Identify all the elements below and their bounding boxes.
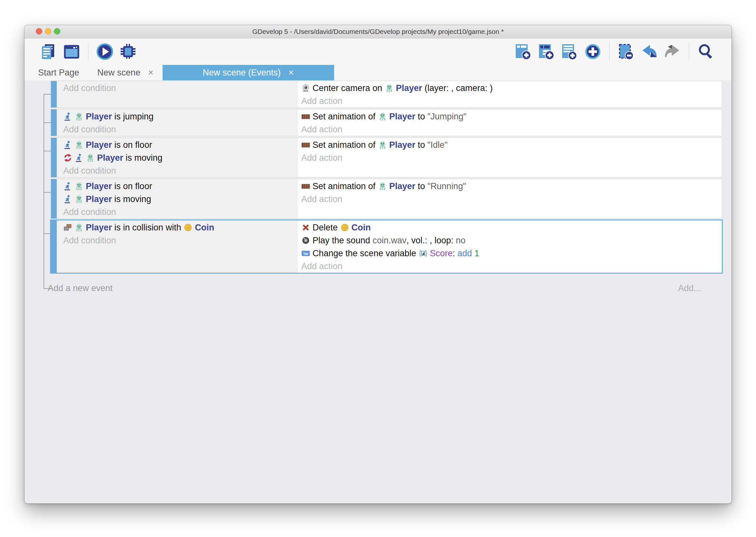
add-condition-button[interactable]: Add condition (63, 206, 297, 219)
variable-icon: Var (301, 249, 310, 258)
player-object-icon (385, 84, 394, 93)
instruction-text: is on floor (112, 140, 152, 150)
title-bar[interactable]: GDevelop 5 - /Users/david/Documents/GDev… (24, 25, 732, 38)
sound-icon (301, 236, 310, 245)
add-new-event-button[interactable]: Add a new event (48, 283, 113, 293)
add-condition-button[interactable]: Add condition (63, 234, 297, 247)
event-instruction[interactable]: Player is on floor (63, 139, 297, 151)
add-button[interactable]: Add... (678, 283, 701, 293)
tree-line (44, 94, 51, 95)
add-action-button[interactable]: Add action (301, 260, 722, 273)
event-instruction[interactable]: Play the sound coin.wav, vol.: , loop: n… (301, 234, 722, 247)
add-event-button[interactable] (514, 43, 532, 61)
add-condition-button[interactable]: Add condition (63, 164, 297, 177)
instruction-text: Player (389, 140, 415, 150)
tab-start-page[interactable]: Start Page (29, 65, 88, 80)
svg-text:Var: Var (303, 252, 309, 256)
instruction-text (472, 248, 474, 259)
event-instruction[interactable]: Delete Coin (301, 221, 722, 234)
instruction-text: Coin (195, 223, 214, 233)
event-instruction[interactable]: Player is moving (63, 151, 297, 164)
actions-cell[interactable]: Set animation of Player to "Idle"Add act… (297, 138, 722, 177)
event-drag-bar[interactable] (51, 179, 57, 219)
redo-button[interactable] (663, 43, 682, 61)
event-instruction[interactable]: Set animation of Player to "Jumping" (301, 110, 722, 123)
camera-icon (301, 84, 310, 93)
event-row[interactable]: Player is on floorPlayer is movingAdd co… (51, 179, 722, 219)
event-instruction[interactable]: Player is jumping (63, 110, 297, 123)
actions-cell[interactable]: Set animation of Player to "Jumping"Add … (297, 109, 722, 136)
tab-new-scene[interactable]: New scene× (88, 65, 163, 80)
tab-close-icon[interactable]: × (148, 68, 153, 77)
add-action-button[interactable]: Add action (301, 95, 722, 107)
conditions-cell[interactable]: Player is on floorPlayer is movingAdd co… (57, 179, 297, 219)
delete-event-button[interactable] (617, 43, 635, 61)
instruction-text: Play the sound (313, 235, 372, 246)
player-object-icon (74, 223, 84, 232)
event-drag-bar[interactable] (51, 81, 57, 107)
invert-condition-icon (63, 153, 72, 162)
instruction-text: 1 (474, 248, 479, 259)
add-comment-button[interactable] (560, 43, 579, 61)
zoom-window-button[interactable] (54, 28, 60, 34)
event-instruction[interactable]: Player is moving (63, 193, 297, 206)
scene-variable-icon (419, 249, 428, 258)
event-instruction[interactable]: Player is on floor (63, 180, 297, 193)
tab-bar: Start PageNew scene×New scene (Events)× (24, 65, 732, 80)
event-instruction[interactable]: Center camera on Player (layer: , camera… (301, 82, 722, 95)
conditions-cell[interactable]: Player is in collision with CoinAdd cond… (57, 221, 297, 273)
event-row[interactable]: Player is jumpingAdd conditionSet animat… (51, 109, 722, 136)
player-object-icon (378, 182, 387, 191)
event-instruction[interactable]: Player is in collision with Coin (63, 221, 297, 234)
add-condition-button[interactable]: Add condition (63, 123, 297, 136)
event-row[interactable]: Player is in collision with CoinAdd cond… (51, 221, 722, 273)
tab-close-icon[interactable]: × (288, 68, 293, 77)
instruction-text: Set animation of (313, 112, 378, 122)
debug-icon (119, 43, 137, 61)
debug-button[interactable] (119, 43, 137, 61)
add-condition-button[interactable]: Add condition (63, 82, 297, 95)
conditions-cell[interactable]: Add condition (57, 81, 297, 107)
close-window-button[interactable] (36, 28, 42, 34)
event-drag-bar[interactable] (51, 138, 57, 177)
add-subevent-button[interactable] (537, 43, 555, 61)
event-drag-bar[interactable] (51, 221, 57, 273)
project-manager-icon (39, 43, 57, 61)
conditions-cell[interactable]: Player is jumpingAdd condition (57, 109, 297, 136)
tree-line (44, 233, 51, 234)
tree-line (44, 288, 51, 289)
delete-event-icon (617, 43, 635, 61)
event-row[interactable]: Add conditionCenter camera on Player (la… (51, 81, 722, 107)
actions-cell[interactable]: Center camera on Player (layer: , camera… (297, 81, 722, 107)
actions-cell[interactable]: Set animation of Player to "Running"Add … (297, 179, 722, 219)
platformer-icon (74, 153, 84, 162)
tab-new-scene-events[interactable]: New scene (Events)× (163, 65, 334, 80)
tab-label: Start Page (38, 68, 79, 78)
event-row[interactable]: Player is on floorPlayer is movingAdd co… (51, 138, 722, 177)
add-action-button[interactable]: Add action (301, 151, 722, 164)
play-button[interactable] (96, 43, 114, 61)
scene-editor-button[interactable] (62, 43, 81, 61)
undo-icon (640, 43, 658, 61)
event-drag-bar[interactable] (51, 109, 57, 136)
player-object-icon (86, 153, 95, 162)
event-instruction[interactable]: Set animation of Player to "Running" (301, 180, 722, 193)
add-action-button[interactable]: Add action (301, 123, 722, 136)
instruction-text: add (457, 248, 472, 259)
add-circle-icon (584, 43, 602, 61)
conditions-cell[interactable]: Player is on floorPlayer is movingAdd co… (57, 138, 297, 177)
add-circle-button[interactable] (584, 43, 602, 61)
minimize-window-button[interactable] (45, 28, 51, 34)
project-manager-button[interactable] (39, 43, 57, 61)
player-object-icon (74, 195, 84, 204)
event-instruction[interactable]: Set animation of Player to "Idle" (301, 139, 722, 151)
event-instruction[interactable]: VarChange the scene variable Score: add … (301, 247, 722, 260)
tab-label: New scene (97, 68, 141, 78)
tree-line (44, 122, 51, 123)
instruction-text: "Running" (427, 181, 466, 191)
search-button[interactable] (697, 43, 715, 61)
actions-cell[interactable]: Delete CoinPlay the sound coin.wav, vol.… (297, 221, 722, 273)
undo-button[interactable] (640, 43, 658, 61)
add-action-button[interactable]: Add action (301, 193, 722, 206)
instruction-text: Player (86, 112, 112, 122)
